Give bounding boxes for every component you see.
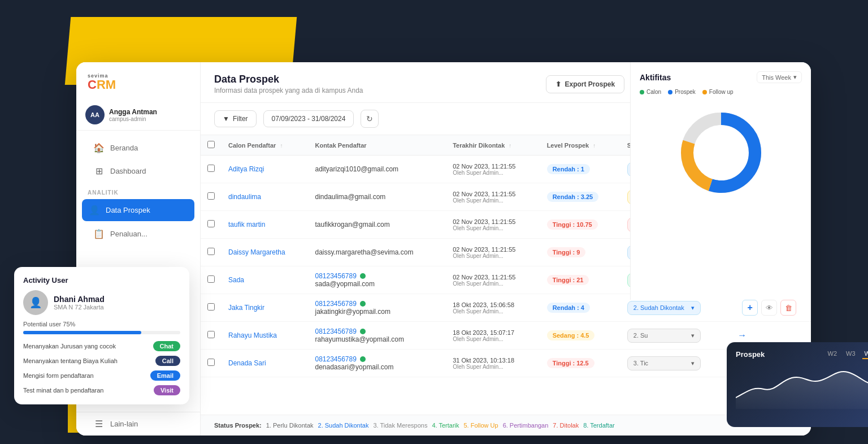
week-selector[interactable]: This Week ▾ <box>757 71 802 83</box>
status-footer: Status Prospek: 1. Perlu Dikontak 2. Sud… <box>201 415 811 436</box>
week-tab-w3[interactable]: W3 <box>844 349 858 359</box>
week-tab-w4[interactable]: W4 <box>862 349 869 359</box>
row-checkbox[interactable] <box>207 220 215 227</box>
td-kontak: 08123456789 jakatingkir@yopmail.com <box>308 294 446 322</box>
status-select[interactable]: 2. Su ▾ <box>627 329 701 343</box>
activity-email-label: Mengisi form pendaftaran <box>23 372 94 379</box>
td-level: Tinggi : 21 <box>540 266 620 294</box>
sidebar-item-penaluran[interactable]: 📋 Penaluan... <box>82 223 194 245</box>
sidebar-bottom: ☰ Lain-lain <box>76 412 200 436</box>
contact-admin: Oleh Super Admin... <box>453 253 533 259</box>
status-tag-7[interactable]: 7. Ditolak <box>553 421 579 430</box>
status-tag-6[interactable]: 6. Pertimbangan <box>503 421 549 430</box>
row-checkbox[interactable] <box>207 192 215 200</box>
date-range-picker[interactable]: 07/09/2023 - 31/08/2024 <box>263 110 354 127</box>
more-action-button[interactable]: → <box>734 327 750 343</box>
prospect-name[interactable]: taufik martin <box>228 221 265 229</box>
td-level: Rendah : 1 <box>540 156 620 183</box>
donut-svg <box>676 107 766 198</box>
sidebar-item-data-prospek[interactable]: 👤 Data Prospek <box>82 199 194 221</box>
activity-call-label: Menanyakan tentang Biaya Kuliah <box>23 357 118 364</box>
add-action-button[interactable]: + <box>742 300 758 316</box>
td-date: 02 Nov 2023, 11:21:55 Oleh Super Admin..… <box>446 183 540 211</box>
whatsapp-dot <box>360 301 366 307</box>
sidebar-item-lain-lain[interactable]: ☰ Lain-lain <box>82 413 194 435</box>
status-label: 3. Tic <box>633 360 648 367</box>
prospect-name[interactable]: Daissy Margaretha <box>228 248 285 256</box>
td-kontak: daissy.margaretha@sevima.com <box>308 239 446 266</box>
activity-user-title: Activity User <box>23 276 180 284</box>
status-tag-8[interactable]: 8. Terdaftar <box>583 421 614 430</box>
contact-admin: Oleh Super Admin... <box>453 336 533 342</box>
prospect-name[interactable]: Jaka Tingkir <box>228 304 264 312</box>
row-checkbox[interactable] <box>207 165 215 172</box>
chevron-icon: ▾ <box>691 304 695 312</box>
prospect-name[interactable]: Sada <box>228 276 244 284</box>
status-select[interactable]: 3. Tic ▾ <box>627 356 701 370</box>
td-date: 02 Nov 2023, 11:21:55 Oleh Super Admin..… <box>446 156 540 183</box>
potential-label: Potential user 75% <box>23 321 75 327</box>
prospect-name[interactable]: Aditya Rizqi <box>228 165 264 173</box>
status-tag-5[interactable]: 5. Follow Up <box>464 421 498 430</box>
status-select[interactable]: 2. Sudah Dikontak ▾ <box>627 301 701 315</box>
email-address: daissy.margaretha@sevima.com <box>315 248 439 256</box>
avatar-emoji: 👤 <box>29 296 42 309</box>
user-icon: 👤 <box>89 205 100 215</box>
popup-user-info: Dhani Ahmad SMA N 72 Jakarta <box>54 295 105 311</box>
sidebar-item-beranda[interactable]: 🏠 Beranda <box>82 137 194 159</box>
contact-date: 02 Nov 2023, 11:21:55 <box>453 246 533 253</box>
row-checkbox[interactable] <box>207 248 215 255</box>
row-checkbox[interactable] <box>207 275 215 283</box>
export-button[interactable]: ⬆ Export Prospek <box>546 75 624 93</box>
activity-user-popup: Activity User 👤 Dhani Ahmad SMA N 72 Jak… <box>14 267 189 404</box>
td-checkbox <box>201 266 222 294</box>
status-footer-label: Status Prospek: <box>214 422 262 429</box>
activity-email-tag[interactable]: Email <box>150 370 180 381</box>
email-address: taufikkrogan@gmail.com <box>315 221 439 229</box>
td-status: 2. Su ▾ <box>620 322 728 350</box>
activity-call-tag[interactable]: Call <box>155 356 180 366</box>
contact-date: 31 Okt 2023, 10:13:18 <box>453 357 533 364</box>
whatsapp-dot <box>360 273 366 279</box>
row-checkbox[interactable] <box>207 359 215 366</box>
filter-button[interactable]: ▼ Filter <box>214 110 257 127</box>
legend-prospek: Prospek <box>668 89 696 95</box>
status-tag-4[interactable]: 4. Tertarik <box>432 421 459 430</box>
activity-chat-tag[interactable]: Chat <box>153 341 180 351</box>
contact-admin: Oleh Super Admin... <box>453 308 533 314</box>
th-level: Level Prospek ↑ <box>540 135 620 156</box>
td-checkbox <box>201 156 222 183</box>
sidebar-item-dashboard[interactable]: ⊞ Dashboard <box>82 160 194 182</box>
td-name: Aditya Rizqi <box>222 156 308 183</box>
potential-row: Potential user 75% <box>23 321 180 327</box>
refresh-button[interactable]: ↻ <box>361 110 379 128</box>
legend-calon: Calon <box>640 89 661 95</box>
aktifitas-title: Aktifitas <box>640 73 671 82</box>
delete-action-button[interactable]: 🗑 <box>780 300 796 316</box>
td-level: Rendah : 3.25 <box>540 183 620 211</box>
level-badge: Tinggi : 10.75 <box>547 219 598 230</box>
logo-crm: CRM <box>88 79 116 91</box>
sidebar-item-lain-lain-label: Lain-lain <box>110 420 138 428</box>
td-kontak: adityarizqi1010@gmail.com <box>308 156 446 183</box>
view-action-button[interactable]: 👁 <box>761 300 777 316</box>
td-date: 02 Nov 2023, 11:21:55 Oleh Super Admin..… <box>446 239 540 266</box>
prospect-name[interactable]: Rahayu Mustika <box>228 331 277 339</box>
td-date: 18 Okt 2023, 15:07:17 Oleh Super Admin..… <box>446 322 540 350</box>
status-tag-1[interactable]: 1. Perlu Dikontak <box>266 421 314 430</box>
status-tag-2[interactable]: 2. Sudah Dikontak <box>318 421 369 430</box>
row-checkbox[interactable] <box>207 303 215 311</box>
status-tag-3[interactable]: 3. Tidak Merespons <box>373 421 427 430</box>
popup-user-name: Dhani Ahmad <box>54 295 105 304</box>
donut-chart <box>640 102 802 204</box>
select-all-checkbox[interactable] <box>207 141 215 148</box>
week-tab-w2[interactable]: W2 <box>826 349 840 359</box>
activity-visit-tag[interactable]: Visit <box>154 385 180 395</box>
popup-user: 👤 Dhani Ahmad SMA N 72 Jakarta <box>23 290 180 315</box>
prospect-name[interactable]: Denada Sari <box>228 359 266 367</box>
prospek-dot <box>668 90 672 94</box>
week-selector-label: This Week <box>762 74 791 81</box>
prospect-name[interactable]: dindaulima <box>228 193 261 201</box>
row-checkbox[interactable] <box>207 331 215 338</box>
td-checkbox <box>201 322 222 350</box>
